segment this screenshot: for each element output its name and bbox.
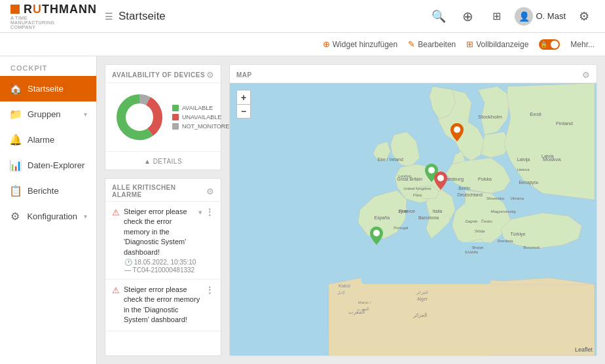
left-panel: AVAILABILITY OF DEVICES ⚙ [105, 64, 221, 356]
svg-text:Portugal: Portugal [394, 226, 408, 230]
sidebar-item-alarme[interactable]: 🔔 Alarme [0, 127, 96, 153]
edit-icon: ✎ [408, 39, 415, 49]
zoom-in-button[interactable]: + [236, 90, 251, 104]
page-title-area: ☰ Startseite [105, 10, 166, 23]
gear-icon: ⚙ [9, 210, 20, 223]
lock-icon: 🔒 [540, 41, 547, 48]
widget-add-label: Widget hinzufügen [333, 40, 397, 49]
map-svg: المغرب الجزائر Great Britain United King… [230, 83, 596, 355]
user-area[interactable]: 👤 O. Mast [515, 7, 566, 26]
availability-legend: AVAILABLE UNAVAILABLE NOT_MONITORED [172, 105, 234, 130]
folder-icon: 📁 [9, 108, 21, 120]
fullscreen-icon: ⊞ [466, 39, 473, 49]
legend-unavailable: UNAVAILABLE [172, 114, 234, 120]
svg-text:Deutschland: Deutschland [457, 192, 483, 197]
sidebar-item-startseite[interactable]: 🏠 Startseite [0, 76, 96, 101]
svg-point-51 [437, 175, 444, 181]
alarm-more-icon[interactable]: ⋮ [205, 207, 214, 217]
content-area: AVAILABILITY OF DEVICES ⚙ [97, 56, 605, 364]
add-button[interactable]: ⊕ [457, 6, 478, 27]
home-icon: 🏠 [9, 82, 21, 95]
donut-container: AVAILABLE UNAVAILABLE NOT_MONITORED [105, 83, 221, 151]
map-pin-red[interactable] [434, 172, 447, 192]
map-pin-green-2[interactable] [370, 227, 383, 247]
map-content[interactable]: المغرب الجزائر Great Britain United King… [230, 83, 596, 355]
svg-text:Česko: Česko [481, 219, 493, 223]
alarm-time: 🕐 18.05.2022, 10:35:10 [124, 259, 214, 266]
map-panel: MAP ⚙ [229, 64, 597, 356]
svg-text:Stockholm: Stockholm [478, 114, 502, 120]
availability-gear-icon[interactable]: ⚙ [206, 70, 214, 80]
svg-text:Barcelona: Barcelona [418, 215, 439, 220]
map-header: MAP ⚙ [230, 65, 596, 83]
svg-text:Alger: Alger [417, 297, 428, 302]
details-row[interactable]: ▲ DETAILS [105, 151, 221, 170]
legend-not-monitored: NOT_MONITORED [172, 123, 234, 130]
svg-text:Беларусь: Беларусь [519, 180, 539, 185]
logo-sub: A TIME MANUFACTURING COMPANY [10, 16, 63, 29]
zoom-out-button[interactable]: − [236, 104, 251, 118]
sidebar-item-daten-explorer[interactable]: 📊 Daten-Explorer [0, 153, 96, 178]
user-settings-button[interactable]: ⚙ [574, 6, 595, 27]
search-button[interactable]: 🔍 [428, 6, 449, 27]
alarm-more-icon-2[interactable]: ⋮ [205, 285, 214, 295]
logo-text: RUTHMANN [24, 3, 97, 15]
svg-text:Polska: Polska [478, 177, 492, 181]
map-pin-orange[interactable] [450, 123, 464, 143]
header-actions: 🔍 ⊕ ⊞ 👤 O. Mast ⚙ [428, 6, 595, 27]
svg-text:Eire / Ireland: Eire / Ireland [378, 157, 403, 162]
sidebar-item-berichte[interactable]: 📋 Berichte [0, 178, 96, 204]
legend-available: AVAILABLE [172, 105, 234, 111]
widget-add-item[interactable]: ⊕ Widget hinzufügen [323, 39, 397, 49]
grid-button[interactable]: ⊞ [486, 6, 507, 27]
svg-text:Finland: Finland [556, 120, 573, 126]
sidebar-label-daten-explorer: Daten-Explorer [28, 160, 84, 170]
map-zoom-controls: + − [236, 90, 251, 118]
svg-text:Bucuresti: Bucuresti [523, 246, 540, 249]
svg-point-52 [373, 230, 380, 236]
alarm-item: ⚠ Steiger error please check the error m… [105, 202, 221, 280]
user-name: O. Mast [536, 11, 566, 21]
toggle[interactable]: 🔒 [539, 39, 560, 50]
sidebar-item-konfiguration[interactable]: ⚙ Konfiguration ▾ [0, 204, 96, 229]
alarm-header-row: ⚠ Steiger error please check the error m… [112, 207, 214, 257]
main-layout: COCKPIT 🏠 Startseite 📁 Gruppen ▾ 🔔 Alarm… [0, 56, 605, 364]
svg-text:الجزائر: الجزائر [412, 312, 427, 318]
sub-header: ⊕ Widget hinzufügen ✎ Bearbeiten ⊞ Vollb… [0, 33, 605, 56]
map-gear-icon[interactable]: ⚙ [582, 70, 590, 80]
availability-widget-header: AVAILABILITY OF DEVICES ⚙ [105, 65, 221, 83]
svg-text:کابل: کابل [337, 291, 345, 295]
svg-text:Berlin: Berlin [458, 186, 470, 191]
chevron-down-icon-konfiguration: ▾ [84, 213, 87, 220]
plus-icon: ⊕ [323, 39, 330, 49]
svg-text:Românla: Românla [498, 239, 513, 243]
svg-text:United Kingdom: United Kingdom [403, 187, 431, 191]
svg-text:Lietuva: Lietuva [517, 168, 530, 172]
svg-text:Srbija: Srbija [475, 229, 485, 233]
fullscreen-item[interactable]: ⊞ Vollbildanzeige [466, 39, 528, 49]
sidebar-section-label: COCKPIT [0, 56, 96, 76]
svg-text:Ελλάδα: Ελλάδα [465, 250, 479, 254]
lock-toggle[interactable]: 🔒 [539, 39, 560, 50]
alarm-chevron-icon[interactable]: ▾ [198, 208, 202, 217]
more-item[interactable]: Mehr... [570, 40, 595, 49]
top-header: RUTHMANN A TIME MANUFACTURING COMPANY ☰ … [0, 0, 605, 33]
fullscreen-label: Vollbildanzeige [476, 40, 528, 49]
sidebar-item-gruppen[interactable]: 📁 Gruppen ▾ [0, 101, 96, 127]
sidebar-label-alarme: Alarme [28, 135, 54, 145]
donut-chart [113, 91, 166, 143]
svg-point-49 [454, 126, 460, 133]
alarms-gear-icon[interactable]: ⚙ [206, 187, 214, 196]
availability-widget-title: AVAILABILITY OF DEVICES [112, 71, 205, 79]
sidebar-label-berichte: Berichte [28, 186, 59, 196]
availability-widget: AVAILABILITY OF DEVICES ⚙ [105, 64, 221, 170]
alarms-widget-header: ALLE KRITISCHEN ALARME ⚙ [105, 179, 221, 202]
edit-item[interactable]: ✎ Bearbeiten [408, 39, 456, 49]
page-title: Startseite [119, 10, 166, 23]
sidebar: COCKPIT 🏠 Startseite 📁 Gruppen ▾ 🔔 Alarm… [0, 56, 97, 364]
more-label: Mehr... [570, 40, 595, 49]
avatar: 👤 [515, 7, 533, 26]
svg-text:Latvija: Latvija [517, 157, 530, 162]
alarms-widget: ALLE KRITISCHEN ALARME ⚙ ⚠ Steiger error… [105, 178, 221, 356]
logo-square [10, 5, 20, 14]
